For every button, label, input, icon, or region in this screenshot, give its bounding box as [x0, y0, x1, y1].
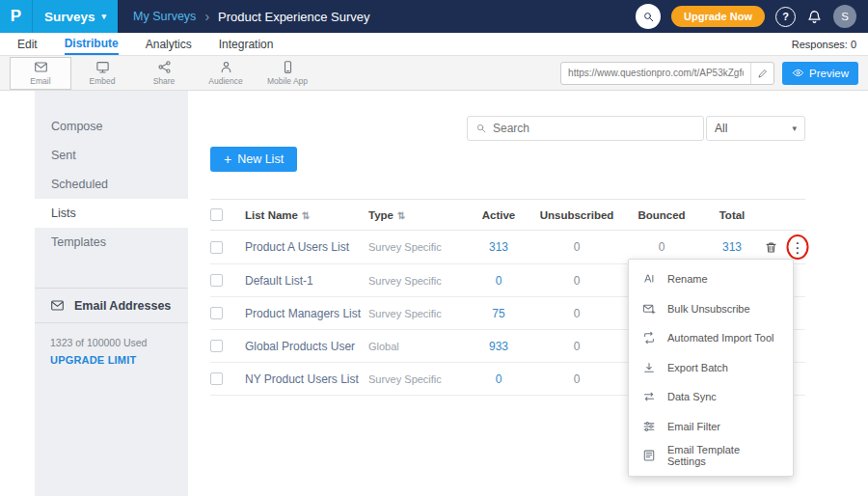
plus-icon: + [224, 152, 231, 167]
menu-item-email-filter[interactable]: Email Filter [629, 412, 793, 442]
select-all-checkbox[interactable] [210, 208, 223, 221]
list-name-link[interactable]: Global Products User [245, 340, 355, 353]
row-menu-kebab-icon[interactable]: ⋮ [791, 240, 805, 255]
chevron-right-icon: › [204, 9, 209, 24]
email-addresses-section: Email Addresses 1323 of 100000 Used UPGR… [35, 288, 188, 372]
menu-item-email-template-settings[interactable]: Email Template Settings [629, 441, 793, 471]
eye-icon [792, 67, 804, 79]
app-window: P Surveys ▾ My Surveys › Product Experie… [0, 0, 868, 496]
column-active: Active [467, 200, 530, 231]
search-icon [475, 123, 487, 134]
menu-item-rename[interactable]: Rename [629, 264, 793, 294]
column-total: Total [700, 200, 764, 231]
list-name-link[interactable]: Product Managers List [245, 307, 361, 320]
notifications-bell-icon[interactable] [806, 9, 823, 25]
sidebar-item-sent[interactable]: Sent [35, 141, 188, 170]
row-context-menu: Rename Bulk Unsubscribe Automated Import… [628, 259, 794, 477]
tab-edit[interactable]: Edit [17, 33, 38, 55]
active-count[interactable]: 75 [492, 307, 504, 320]
tab-integration[interactable]: Integration [219, 33, 274, 55]
unsubscribed-count: 0 [574, 372, 581, 386]
help-button[interactable]: ? [775, 7, 796, 27]
embed-icon [95, 60, 110, 74]
channel-email[interactable]: Email [10, 57, 71, 90]
column-list-name[interactable]: List Name⇅ [245, 200, 368, 231]
distribute-toolbar: Email Embed Share Audience Mobile App [0, 56, 868, 91]
email-filter-icon [642, 420, 656, 433]
column-type[interactable]: Type⇅ [368, 200, 467, 231]
row-checkbox[interactable] [210, 307, 223, 319]
email-template-settings-icon [642, 449, 656, 462]
sort-icon[interactable]: ⇅ [302, 210, 310, 221]
tab-distribute[interactable]: Distribute [65, 33, 119, 55]
survey-url-field [560, 62, 774, 85]
chevron-down-icon: ▾ [102, 13, 107, 21]
left-gutter [0, 91, 35, 496]
row-checkbox[interactable] [210, 241, 223, 254]
survey-url-input[interactable] [561, 68, 750, 78]
automated-import-icon [642, 331, 656, 344]
sidebar-item-templates[interactable]: Templates [35, 228, 188, 257]
export-batch-icon [642, 361, 656, 374]
active-count[interactable]: 313 [489, 240, 508, 254]
active-count[interactable]: 0 [496, 274, 502, 288]
upgrade-limit-link[interactable]: UPGRADE LIMIT [35, 348, 188, 372]
menu-item-automated-import-tool[interactable]: Automated Import Tool [629, 323, 793, 353]
channel-audience[interactable]: Audience [195, 56, 257, 91]
email-icon [34, 60, 48, 74]
audience-icon [219, 60, 233, 74]
unsubscribed-count: 0 [574, 274, 581, 288]
list-type: Survey Specific [368, 241, 442, 253]
bounced-count: 0 [659, 240, 665, 254]
email-sidebar: Compose Sent Scheduled Lists Templates E… [35, 91, 188, 496]
list-type-filter-dropdown[interactable]: All ▾ [706, 116, 805, 141]
preview-button[interactable]: Preview [782, 62, 858, 85]
upgrade-now-button[interactable]: Upgrade Now [671, 6, 765, 27]
row-checkbox[interactable] [210, 372, 223, 385]
sidebar-item-compose[interactable]: Compose [35, 112, 188, 141]
active-count[interactable]: 933 [489, 340, 508, 353]
list-name-link[interactable]: Product A Users List [245, 240, 349, 254]
tab-analytics[interactable]: Analytics [146, 33, 192, 55]
top-bar: P Surveys ▾ My Surveys › Product Experie… [0, 0, 868, 33]
list-type: Survey Specific [368, 373, 442, 385]
column-unsubscribed: Unsubscribed [530, 200, 623, 231]
unsubscribed-count: 0 [574, 240, 581, 254]
product-switcher[interactable]: P Surveys ▾ [0, 0, 118, 33]
chevron-down-icon: ▾ [792, 124, 797, 133]
channel-label: Embed [90, 76, 116, 86]
envelope-icon [50, 298, 65, 313]
channel-label: Audience [208, 76, 242, 86]
list-search-input[interactable] [493, 122, 695, 135]
sort-icon[interactable]: ⇅ [397, 210, 405, 221]
menu-item-bulk-unsubscribe[interactable]: Bulk Unsubscribe [629, 294, 793, 324]
trash-icon[interactable] [764, 240, 778, 255]
unsubscribed-count: 0 [574, 340, 581, 353]
menu-item-export-batch[interactable]: Export Batch [629, 353, 793, 383]
sidebar-item-lists[interactable]: Lists [35, 199, 188, 228]
product-name: Surveys [44, 10, 95, 24]
row-checkbox[interactable] [210, 274, 223, 287]
page-title: Product Experience Survey [218, 10, 370, 24]
list-name-link[interactable]: Default List-1 [245, 274, 313, 288]
menu-item-data-sync[interactable]: Data Sync [629, 382, 793, 412]
global-search-button[interactable] [636, 4, 661, 29]
channel-label: Mobile App [267, 76, 308, 86]
new-list-button[interactable]: + New List [210, 147, 297, 172]
list-name-link[interactable]: NY Product Users List [245, 372, 359, 386]
channel-share[interactable]: Share [133, 56, 195, 91]
breadcrumb-my-surveys[interactable]: My Surveys [133, 10, 196, 23]
edit-url-button[interactable] [750, 62, 773, 85]
user-avatar[interactable]: S [833, 5, 856, 28]
column-bounced: Bounced [623, 200, 700, 231]
channel-embed[interactable]: Embed [71, 56, 133, 91]
sidebar-item-scheduled[interactable]: Scheduled [35, 170, 188, 199]
total-count: 313 [722, 240, 742, 254]
search-icon [642, 11, 655, 23]
bulk-unsubscribe-icon [642, 302, 656, 316]
list-type: Global [368, 341, 399, 352]
breadcrumb: My Surveys › Product Experience Survey [133, 9, 370, 24]
row-checkbox[interactable] [210, 340, 223, 352]
channel-mobile-app[interactable]: Mobile App [257, 56, 318, 91]
active-count[interactable]: 0 [496, 372, 502, 386]
